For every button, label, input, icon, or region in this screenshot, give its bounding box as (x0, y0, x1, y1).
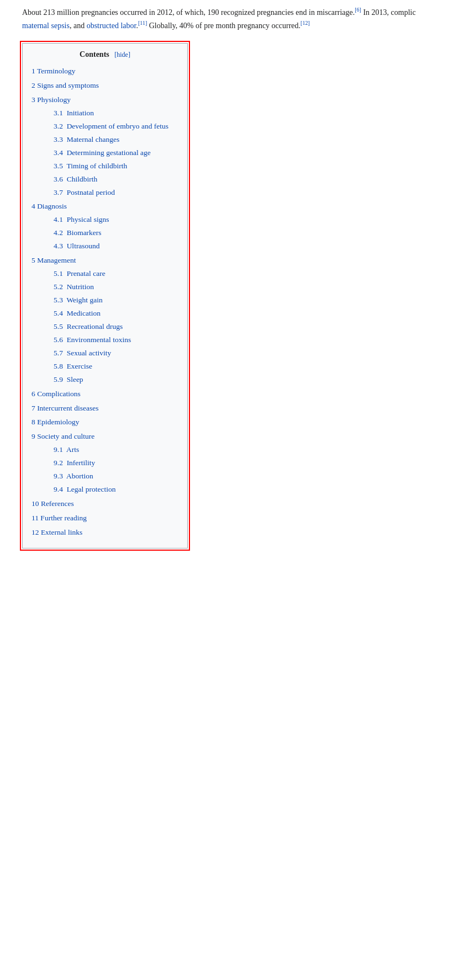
toc-link-10[interactable]: 10 References (31, 499, 74, 508)
toc-item-7: 7 Intercurrent diseases (31, 402, 178, 415)
toc-link-9-1[interactable]: 9.1 Arts (54, 445, 79, 454)
toc-sublist-9: 9.1 Arts9.2 Infertility9.3 Abortion9.4 L… (31, 443, 178, 496)
toc-link-1[interactable]: 1 Terminology (31, 67, 75, 75)
toc-sublist-3: 3.1 Initiation3.2 Development of embryo … (31, 106, 178, 199)
toc-sublist-4: 4.1 Physical signs4.2 Biomarkers4.3 Ultr… (31, 213, 178, 253)
toc-link-3-6[interactable]: 3.6 Childbirth (54, 175, 97, 183)
toc-item-3-2: 3.2 Development of embryo and fetus (54, 120, 178, 133)
toc-link-3-4[interactable]: 3.4 Determining gestational age (54, 148, 151, 157)
toc-item-5-9: 5.9 Sleep (54, 373, 178, 386)
toc-item-3: 3 Physiology3.1 Initiation3.2 Developmen… (31, 93, 178, 199)
toc-item-5-3: 5.3 Weight gain (54, 294, 178, 307)
toc-link-9-2[interactable]: 9.2 Infertility (54, 459, 95, 467)
toc-item-5-8: 5.8 Exercise (54, 360, 178, 373)
toc-item-1: 1 Terminology (31, 65, 178, 78)
toc-link-5-1[interactable]: 5.1 Prenatal care (54, 269, 105, 278)
toc-link-3-1[interactable]: 3.1 Initiation (54, 109, 94, 117)
toc-link-7[interactable]: 7 Intercurrent diseases (31, 404, 98, 412)
toc-item-4: 4 Diagnosis4.1 Physical signs4.2 Biomark… (31, 200, 178, 253)
toc-link-5-5[interactable]: 5.5 Recreational drugs (54, 322, 123, 331)
toc-link-8[interactable]: 8 Epidemiology (31, 418, 80, 426)
toc-link-5-3[interactable]: 5.3 Weight gain (54, 296, 103, 304)
toc-link-5-7[interactable]: 5.7 Sexual activity (54, 349, 111, 357)
toc-hide-button[interactable]: [hide] (114, 51, 130, 58)
toc-link-3-7[interactable]: 3.7 Postnatal period (54, 188, 115, 196)
toc-link-5-4[interactable]: 5.4 Medication (54, 309, 101, 317)
toc-item-9-3: 9.3 Abortion (54, 470, 178, 483)
toc-sublist-5: 5.1 Prenatal care5.2 Nutrition5.3 Weight… (31, 267, 178, 386)
toc-list: 1 Terminology2 Signs and symptoms3 Physi… (31, 65, 178, 539)
toc-link-11[interactable]: 11 Further reading (31, 514, 87, 522)
obstructed-labor-link[interactable]: obstructed labor (87, 22, 136, 30)
toc-item-4-3: 4.3 Ultrasound (54, 239, 178, 253)
toc-item-3-5: 3.5 Timing of childbirth (54, 159, 178, 173)
toc-link-12[interactable]: 12 External links (31, 528, 82, 536)
toc-item-2: 2 Signs and symptoms (31, 79, 178, 92)
toc-link-9-3[interactable]: 9.3 Abortion (54, 472, 93, 480)
toc-link-5-9[interactable]: 5.9 Sleep (54, 375, 83, 384)
toc-link-4-3[interactable]: 4.3 Ultrasound (54, 242, 100, 250)
toc-item-3-3: 3.3 Maternal changes (54, 133, 178, 146)
toc-item-5-1: 5.1 Prenatal care (54, 267, 178, 280)
toc-item-9-4: 9.4 Legal protection (54, 483, 178, 496)
toc-link-5[interactable]: 5 Management (31, 256, 76, 264)
toc-item-4-2: 4.2 Biomarkers (54, 226, 178, 239)
toc-item-12: 12 External links (31, 526, 178, 539)
toc-item-3-1: 3.1 Initiation (54, 106, 178, 120)
toc-item-6: 6 Complications (31, 387, 178, 401)
toc-item-9-2: 9.2 Infertility (54, 456, 178, 470)
toc-link-9-4[interactable]: 9.4 Legal protection (54, 485, 115, 493)
ref-12: [12] (300, 20, 310, 26)
toc-title: Contents [hide] (31, 50, 178, 59)
toc-item-10: 10 References (31, 497, 178, 510)
toc-link-4-2[interactable]: 4.2 Biomarkers (54, 228, 102, 237)
toc-link-5-8[interactable]: 5.8 Exercise (54, 362, 92, 370)
toc-link-4[interactable]: 4 Diagnosis (31, 202, 67, 210)
toc-item-5-5: 5.5 Recreational drugs (54, 320, 178, 333)
ref-11: [11] (138, 20, 147, 26)
toc-link-3-2[interactable]: 3.2 Development of embryo and fetus (54, 122, 168, 130)
toc-link-2[interactable]: 2 Signs and symptoms (31, 81, 99, 89)
toc-link-9[interactable]: 9 Society and culture (31, 432, 94, 440)
table-of-contents: Contents [hide] 1 Terminology2 Signs and… (22, 43, 188, 548)
toc-link-5-2[interactable]: 5.2 Nutrition (54, 283, 94, 291)
toc-link-6[interactable]: 6 Complications (31, 390, 81, 398)
toc-item-9-1: 9.1 Arts (54, 443, 178, 456)
toc-item-5-6: 5.6 Environmental toxins (54, 333, 178, 347)
page-wrapper: About 213 million pregnancies occurred i… (0, 0, 459, 980)
toc-link-3-3[interactable]: 3.3 Maternal changes (54, 135, 119, 143)
toc-item-5-7: 5.7 Sexual activity (54, 347, 178, 360)
toc-item-3-4: 3.4 Determining gestational age (54, 146, 178, 159)
maternal-sepsis-link[interactable]: maternal sepsis (22, 22, 70, 30)
toc-item-11: 11 Further reading (31, 512, 178, 525)
toc-item-8: 8 Epidemiology (31, 416, 178, 429)
toc-item-4-1: 4.1 Physical signs (54, 213, 178, 226)
toc-item-3-6: 3.6 Childbirth (54, 173, 178, 186)
intro-paragraph: About 213 million pregnancies occurred i… (22, 6, 448, 32)
toc-item-5: 5 Management5.1 Prenatal care5.2 Nutriti… (31, 254, 178, 386)
ref-6: [6] (355, 7, 361, 13)
toc-link-3-5[interactable]: 3.5 Timing of childbirth (54, 162, 127, 170)
toc-item-5-2: 5.2 Nutrition (54, 280, 178, 294)
toc-item-9: 9 Society and culture9.1 Arts9.2 Inferti… (31, 430, 178, 496)
toc-title-text: Contents (80, 50, 109, 58)
toc-link-5-6[interactable]: 5.6 Environmental toxins (54, 335, 131, 344)
toc-link-4-1[interactable]: 4.1 Physical signs (54, 215, 109, 223)
toc-link-3[interactable]: 3 Physiology (31, 95, 71, 104)
toc-item-5-4: 5.4 Medication (54, 307, 178, 320)
toc-item-3-7: 3.7 Postnatal period (54, 186, 178, 199)
